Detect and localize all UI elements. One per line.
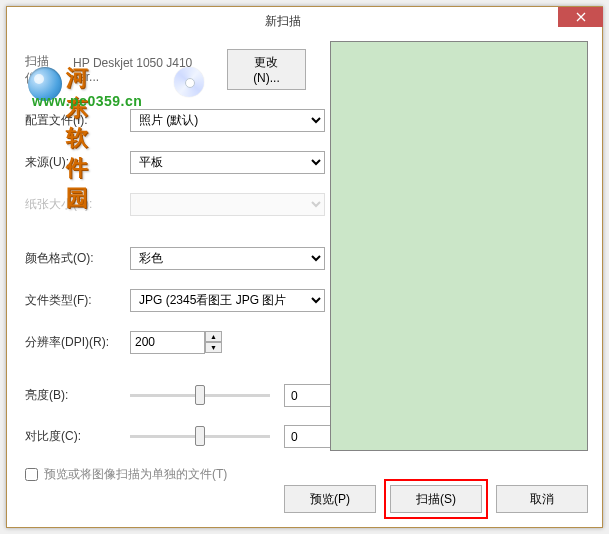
file-type-label: 文件类型(F):	[25, 292, 130, 309]
scan-button[interactable]: 扫描(S)	[390, 485, 482, 513]
dpi-label: 分辨率(DPI)(R):	[25, 334, 130, 351]
brightness-thumb[interactable]	[195, 385, 205, 405]
source-label: 来源(U):	[25, 154, 130, 171]
close-button[interactable]	[558, 7, 603, 27]
file-type-select[interactable]: JPG (2345看图王 JPG 图片	[130, 289, 325, 312]
profile-select[interactable]: 照片 (默认)	[130, 109, 325, 132]
paper-size-select	[130, 193, 325, 216]
profile-label: 配置文件(I):	[25, 112, 130, 129]
brightness-label: 亮度(B):	[25, 387, 130, 404]
separate-files-row: 预览或将图像扫描为单独的文件(T)	[25, 466, 584, 483]
paper-size-label: 纸张大小(E):	[25, 196, 130, 213]
button-bar: 预览(P) 扫描(S) 取消	[284, 485, 588, 513]
titlebar: 新扫描	[7, 7, 602, 35]
scanner-label: 扫描仪:	[25, 53, 63, 87]
dpi-up-button[interactable]: ▲	[205, 331, 222, 342]
window-title: 新扫描	[7, 13, 558, 30]
close-icon	[576, 12, 586, 22]
contrast-label: 对比度(C):	[25, 428, 130, 445]
contrast-slider[interactable]	[130, 435, 270, 438]
scanner-name: HP Deskjet 1050 J410 ser...	[73, 56, 217, 84]
dialog-content: 河东软件园 www.pc0359.cn 扫描仪: HP Deskjet 1050…	[7, 35, 602, 527]
color-format-select[interactable]: 彩色	[130, 247, 325, 270]
change-scanner-button[interactable]: 更改(N)...	[227, 49, 306, 90]
watermark-url: www.pc0359.cn	[32, 93, 142, 109]
preview-panel	[330, 41, 588, 451]
contrast-thumb[interactable]	[195, 426, 205, 446]
cancel-button[interactable]: 取消	[496, 485, 588, 513]
dpi-down-button[interactable]: ▼	[205, 342, 222, 353]
preview-button[interactable]: 预览(P)	[284, 485, 376, 513]
scan-dialog: 新扫描 河东软件园 www.pc0359.cn 扫描仪: HP Deskjet …	[6, 6, 603, 528]
dpi-input[interactable]	[130, 331, 205, 354]
separate-files-checkbox[interactable]	[25, 468, 38, 481]
separate-files-label: 预览或将图像扫描为单独的文件(T)	[44, 466, 227, 483]
source-select[interactable]: 平板	[130, 151, 325, 174]
color-format-label: 颜色格式(O):	[25, 250, 130, 267]
brightness-slider[interactable]	[130, 394, 270, 397]
dpi-spinner: ▲ ▼	[205, 331, 222, 353]
